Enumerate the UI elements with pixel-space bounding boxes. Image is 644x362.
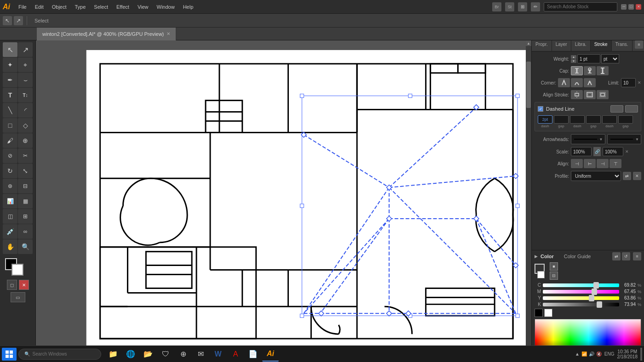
transform-tab[interactable]: Trans.	[612, 40, 632, 51]
stroke-tab[interactable]: Stroke	[591, 40, 612, 51]
weight-input[interactable]	[577, 54, 600, 63]
magic-wand-tool[interactable]: ✦	[3, 57, 17, 72]
blend-tool[interactable]: ∞	[18, 224, 33, 239]
hand-tool[interactable]: ✋	[3, 239, 17, 254]
scale-tool[interactable]: ⤡	[18, 164, 33, 178]
yellow-thumb[interactable]	[589, 295, 594, 301]
brush-icon[interactable]: ✏	[531, 2, 540, 11]
eraser-tool[interactable]: ⊘	[3, 148, 17, 163]
bridge-icon[interactable]: Br	[492, 2, 501, 11]
taskbar-edge-icon[interactable]: 🌐	[122, 347, 139, 362]
screen-mode-btn[interactable]: ▭	[11, 292, 25, 302]
free-transform-tool[interactable]: ⊟	[18, 179, 33, 193]
mesh-tool[interactable]: ⊞	[18, 209, 33, 224]
gradient-color-icon[interactable]: ⊟	[550, 272, 558, 280]
weight-unit-select[interactable]: ptpxmm	[601, 54, 619, 63]
menu-edit[interactable]: Edit	[31, 3, 47, 11]
type-tool[interactable]: T	[3, 88, 17, 102]
select-tool-icon[interactable]: ↖	[3, 16, 12, 25]
vertical-scrollbar[interactable]: ▲ ▼	[526, 40, 531, 362]
selection-tool[interactable]: ↖	[3, 42, 17, 57]
color-panel-option-1[interactable]: ⇄	[612, 252, 621, 260]
profile-x-button[interactable]: ✕	[633, 172, 641, 180]
zoom-tool[interactable]: 🔍	[18, 239, 33, 254]
color-panel-option-2[interactable]: ↺	[622, 252, 630, 260]
rotate-tool[interactable]: ↻	[3, 164, 17, 178]
magenta-thumb[interactable]	[592, 288, 597, 295]
menu-help[interactable]: Help	[179, 3, 197, 11]
curvature-tool[interactable]: ⌣	[18, 73, 33, 87]
profile-select[interactable]: Uniform Width Profile 1 Width Profile 2	[571, 171, 621, 181]
scale-end-input[interactable]	[603, 147, 623, 156]
taskbar-word-icon[interactable]: W	[210, 347, 226, 362]
scroll-track[interactable]	[526, 46, 531, 356]
taskbar-files-icon[interactable]: 📂	[140, 347, 156, 362]
profile-flip-icon[interactable]: ⇄	[623, 172, 631, 180]
projecting-cap-button[interactable]	[597, 66, 609, 75]
limit-input[interactable]	[621, 78, 636, 87]
white-swatch[interactable]	[544, 309, 552, 317]
search-input[interactable]	[544, 2, 617, 11]
taskbar-folder2-icon[interactable]: 📄	[245, 347, 261, 362]
taskbar-ai-icon[interactable]: Ai	[262, 347, 279, 362]
layer-tab[interactable]: Layer	[552, 40, 571, 51]
tray-mute-icon[interactable]: 🔇	[596, 351, 602, 356]
bg-color-box[interactable]	[537, 271, 545, 278]
tray-volume-icon[interactable]: 🔊	[589, 351, 594, 356]
puppet-warp-tool[interactable]: ⊛	[3, 179, 17, 193]
scroll-up-button[interactable]: ▲	[526, 40, 531, 46]
outside-align-button[interactable]	[597, 90, 609, 99]
minimize-button[interactable]: ─	[621, 4, 627, 10]
menu-select[interactable]: Select	[90, 3, 112, 11]
libraries-tab[interactable]: Libra.	[571, 40, 591, 51]
graph-tool[interactable]: 📊	[3, 194, 17, 209]
stock-icon[interactable]: St	[505, 2, 514, 11]
menu-effect[interactable]: Effect	[113, 3, 133, 11]
taskbar-chrome-icon[interactable]: ⊕	[175, 347, 191, 362]
menu-window[interactable]: Window	[153, 3, 178, 11]
black-track[interactable]	[543, 303, 619, 306]
taskbar-email-icon[interactable]: ✉	[192, 347, 209, 362]
arrowhead-start-select[interactable]: ▼	[571, 134, 605, 144]
align-right-button[interactable]: ⊣	[597, 159, 609, 168]
maximize-button[interactable]: □	[628, 4, 634, 10]
touch-type-tool[interactable]: T↕	[18, 88, 33, 102]
dashed-line-checkbox[interactable]	[538, 106, 543, 112]
scroll-thumb[interactable]	[526, 62, 531, 108]
center-align-button[interactable]	[571, 90, 583, 99]
magenta-track[interactable]	[543, 290, 619, 294]
taskbar-explorer-icon[interactable]: 📁	[105, 347, 121, 362]
direct-selection-tool[interactable]: ↗	[18, 42, 33, 57]
arc-tool[interactable]: ◜	[18, 103, 33, 118]
scale-x-button[interactable]: ✕	[625, 149, 629, 154]
inside-align-button[interactable]	[584, 90, 596, 99]
yellow-track[interactable]	[543, 296, 619, 300]
align-extra-button[interactable]: ⊤	[610, 159, 621, 168]
scissors-tool[interactable]: ✂	[18, 148, 33, 163]
color-panel-menu[interactable]: ≡	[633, 252, 641, 260]
tray-wifi-icon[interactable]: 📶	[581, 351, 587, 356]
gradient-tool[interactable]: ◫	[3, 209, 17, 224]
solid-color-icon[interactable]: ■	[550, 262, 558, 271]
taskbar-pdf-icon[interactable]: A	[227, 347, 244, 362]
black-thumb[interactable]	[597, 301, 602, 308]
close-button[interactable]: ✕	[636, 4, 641, 10]
align-center-button2[interactable]: ⊢	[584, 159, 596, 168]
arrowhead-end-select[interactable]: ▼	[607, 134, 642, 144]
fill-indicator[interactable]: ◻	[7, 280, 17, 290]
properties-tab[interactable]: Propr.	[532, 40, 552, 51]
black-swatch[interactable]	[535, 309, 543, 317]
scale-start-input[interactable]	[571, 147, 592, 156]
dashed-preset-2[interactable]	[625, 105, 638, 113]
shape-builder-tool[interactable]: ◇	[18, 118, 33, 133]
background-color-swatch[interactable]	[12, 264, 23, 276]
gap-3-input[interactable]	[618, 115, 633, 124]
cyan-track[interactable]	[543, 283, 619, 287]
taskbar-shield-icon[interactable]: 🛡	[157, 347, 174, 362]
miter-join-button[interactable]	[558, 78, 570, 87]
weight-up-arrow[interactable]: ▲	[571, 55, 576, 59]
panel-menu-icon[interactable]: ≡	[635, 40, 643, 49]
cyan-thumb[interactable]	[593, 282, 599, 288]
limit-x-button[interactable]: ✕	[638, 80, 641, 85]
scale-link-button[interactable]: 🔗	[593, 147, 601, 156]
